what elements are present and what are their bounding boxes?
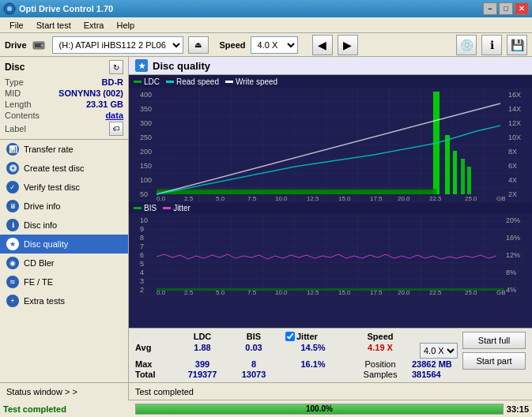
jitter-header: Jitter [296,332,318,341]
nav-extra-tests[interactable]: + Extra tests [0,291,128,310]
arrow-left-button[interactable]: ◀ [312,35,333,55]
maximize-button[interactable]: □ [499,2,513,15]
svg-text:8X: 8X [508,148,517,156]
top-legend: LDC Read speed Write speed [129,75,532,88]
svg-rect-40 [453,151,457,194]
disc-length-value: 23.31 GB [86,100,123,109]
nav-drive-info-label: Drive info [24,201,60,211]
avg-label: Avg [135,343,175,359]
svg-text:8: 8 [140,234,144,242]
menu-file[interactable]: File [3,19,30,32]
speed-label: Speed [220,40,246,50]
nav-disc-quality[interactable]: ★ Disc quality [0,235,128,254]
disc-contents-value[interactable]: data [105,111,123,120]
disc-type-label: Type [5,77,24,87]
disc-section: Disc ↻ Type BD-R MID SONYNN3 (002) Lengt… [0,57,128,140]
svg-text:2.5: 2.5 [184,195,194,202]
nav-create-test-disc[interactable]: 💿 Create test disc [0,159,128,178]
disc-label-button[interactable]: 🏷 [109,122,123,136]
jitter-checkbox[interactable] [285,332,295,341]
menu-bar: File Start test Extra Help [0,17,532,33]
disc-quality-title: Disc quality [153,60,210,72]
start-part-button[interactable]: Start part [462,352,526,370]
svg-text:16%: 16% [506,234,520,242]
fe-te-icon: ≋ [6,276,19,288]
extra-tests-icon: + [6,295,19,307]
nav-fe-te[interactable]: ≋ FE / TE [0,272,128,291]
app-title: Opti Drive Control 1.70 [19,4,483,13]
jitter-legend-item: Jitter [163,204,191,212]
test-completed-status: Test completed [3,404,132,414]
disc-length-label: Length [5,100,32,109]
svg-rect-43 [157,189,437,194]
speed-select[interactable]: 4.0 X [251,36,298,54]
avg-jitter: 14.5% [277,343,349,359]
disc-label-key: Label [5,124,26,133]
empty-header [135,332,175,341]
close-button[interactable]: ✕ [515,2,529,15]
nav-verify-test-disc[interactable]: ✓ Verify test disc [0,178,128,197]
max-position: 23862 MB [412,359,452,369]
svg-rect-74 [157,288,504,291]
arrow-right-button[interactable]: ▶ [338,35,358,55]
svg-text:2: 2 [140,286,144,294]
svg-text:3: 3 [140,277,144,285]
main-layout: Disc ↻ Type BD-R MID SONYNN3 (002) Lengt… [0,57,532,382]
nav-transfer-rate[interactable]: 📊 Transfer rate [0,140,128,159]
sidebar: Disc ↻ Type BD-R MID SONYNN3 (002) Lengt… [0,57,129,382]
info-button[interactable]: ℹ [481,35,502,55]
svg-text:400: 400 [140,91,152,99]
position-label: Position [349,359,412,369]
max-bis: 8 [230,359,277,369]
disc-icon-button[interactable]: 💿 [456,35,477,55]
svg-text:15.0: 15.0 [338,195,351,202]
disc-refresh-button[interactable]: ↻ [109,60,123,74]
speed-target-select[interactable]: 4.0 X [420,343,458,359]
status-window-button[interactable]: Status window > > [0,383,129,400]
nav-cd-bler-label: CD Bler [24,258,55,268]
menu-start-test[interactable]: Start test [30,19,77,32]
status-window-label: Status window > > [6,387,77,396]
svg-text:300: 300 [140,119,152,127]
svg-text:100: 100 [140,176,152,184]
start-full-button[interactable]: Start full [462,332,526,349]
bis-legend-item: BIS [134,204,157,212]
svg-text:5: 5 [140,260,144,268]
nav-transfer-rate-label: Transfer rate [24,145,74,154]
jitter-legend-dot [163,207,171,209]
ldc-header: LDC [175,332,230,341]
jitter-legend-label: Jitter [173,204,191,212]
bottom-chart: 10 9 8 7 6 5 4 3 2 20% 16% 12% 8% 4% 0.0… [129,213,532,296]
action-buttons: Start full Start part [462,332,526,370]
svg-rect-8 [137,88,524,202]
verify-test-icon: ✓ [6,181,19,193]
nav-disc-info[interactable]: ℹ Disc info [0,216,128,235]
svg-rect-42 [467,167,471,194]
cd-bler-icon: ◉ [6,257,19,269]
menu-extra[interactable]: Extra [77,19,111,32]
nav-disc-quality-label: Disc quality [24,239,68,249]
total-ldc: 719377 [175,370,230,379]
nav-disc-info-label: Disc info [24,220,57,230]
menu-help[interactable]: Help [110,19,141,32]
content-panel: ★ Disc quality LDC Read speed Write spee… [129,57,532,382]
svg-text:20%: 20% [506,216,520,224]
nav-cd-bler[interactable]: ◉ CD Bler [0,254,128,272]
status-bar: Status window > > Test completed Test co… [0,382,532,417]
svg-text:50: 50 [140,190,148,198]
read-speed-legend-label: Read speed [176,77,219,86]
minimize-button[interactable]: − [483,2,497,15]
svg-text:4X: 4X [508,176,517,184]
svg-text:10X: 10X [508,133,521,141]
eject-button[interactable]: ⏏ [188,36,209,54]
drive-select[interactable]: (H:) ATAPI iHBS112 2 PL06 [52,36,183,54]
svg-text:5.0: 5.0 [216,195,225,202]
save-button[interactable]: 💾 [507,35,527,55]
stats-section: LDC BIS Jitter Speed Avg 1.88 0.03 14.5%… [129,328,532,382]
create-test-icon: 💿 [6,162,19,175]
disc-quality-header: ★ Disc quality [129,57,532,75]
app-icon [3,2,16,15]
nav-drive-info[interactable]: 🖥 Drive info [0,197,128,216]
svg-text:0.0: 0.0 [157,195,166,202]
avg-bis: 0.03 [230,343,277,359]
